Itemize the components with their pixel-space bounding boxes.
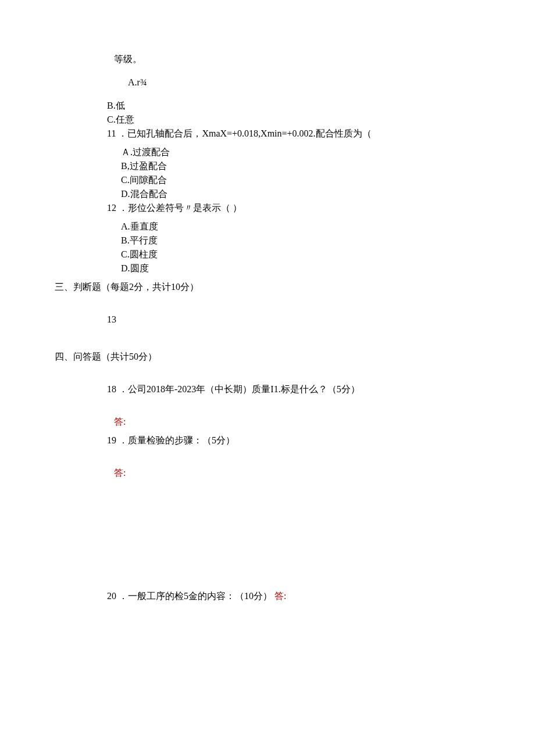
q11-option-d: D.混合配合 [121,187,477,201]
q20-answer-label: 答: [274,591,286,601]
q19-number: 19 [107,433,116,447]
q12-option-c: C.圆柱度 [121,248,477,261]
q20-text: ．一般工序的检5金的内容：（10分） [119,591,272,601]
q12-option-b: B.平行度 [121,234,477,248]
q10-option-a: A.r¾ [128,76,477,89]
q10-option-c: C.任意 [107,113,477,127]
q18-answer-label: 答: [86,415,477,429]
q12-number: 12 [107,201,116,215]
q12-option-d: D.圆度 [121,261,477,275]
q10-option-b: B.低 [107,99,477,113]
q13-number: 13 [86,313,477,327]
q11-row: 11 ．已知孔轴配合后，XmaX=+0.018,Xmin=+0.002.配合性质… [86,127,477,141]
section-4-heading: 四、问答题（共计50分） [55,350,477,364]
q20-row: 20 ．一般工序的检5金的内容：（10分） 答: [86,589,477,603]
document-page: 等级。 A.r¾ B.低 C.任意 11 ．已知孔轴配合后，XmaX=+0.01… [0,0,535,666]
q12-row: 12 ．形位公差符号〃是表示（ ） [86,201,477,215]
q18-row: 18 ．公司2018年-2023年（中长期）质量I1.标是什么？（5分） [86,382,477,396]
q19-row: 19 ．质量检验的步骤：（5分） [86,433,477,447]
section-3-heading: 三、判断题（每题2分，共计10分） [55,280,477,294]
q19-answer-label: 答: [86,466,477,480]
q19-text: ．质量检验的步骤：（5分） [119,435,235,445]
q11-option-b: B,过盈配合 [121,159,477,173]
q11-option-c: C.间隙配合 [121,173,477,187]
q18-text: ．公司2018年-2023年（中长期）质量I1.标是什么？（5分） [119,384,360,394]
q20-number: 20 [107,589,116,603]
q10-tail: 等级。 [86,52,477,66]
q11-number: 11 [107,127,116,141]
q11-option-a: Ａ.过渡配合 [121,145,477,159]
q12-text: ．形位公差符号〃是表示（ ） [119,203,242,213]
q11-text: ．已知孔轴配合后，XmaX=+0.018,Xmin=+0.002.配合性质为（ [118,128,371,138]
q12-option-a: A.垂直度 [121,220,477,234]
q18-number: 18 [107,382,116,396]
